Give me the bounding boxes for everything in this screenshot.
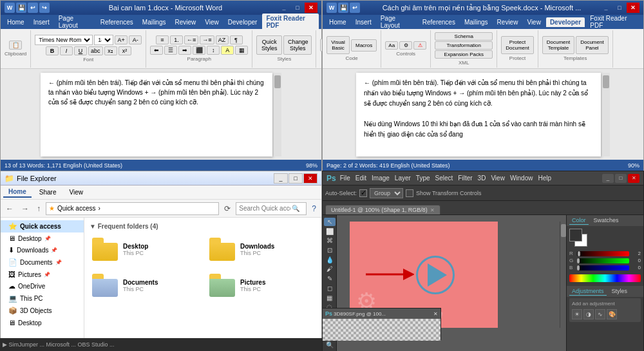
ps-autoselect-checkbox[interactable]: ✓ <box>359 189 367 197</box>
word1-close-btn[interactable]: ✕ <box>305 3 317 13</box>
sidebar-item-documents[interactable]: 📄 Documents 📌 <box>1 256 84 269</box>
ps-menu-select[interactable]: Select <box>435 175 453 182</box>
ps-g-slider[interactable] <box>577 258 629 263</box>
ps-transform-checkbox[interactable] <box>406 189 413 197</box>
word1-sort-btn[interactable]: AZ <box>216 35 229 44</box>
word1-justify-btn[interactable]: ⬛ <box>193 46 205 55</box>
word1-size-select[interactable]: 18 <box>94 35 113 45</box>
folder-item-desktop[interactable]: Desktop This PC <box>90 235 199 263</box>
word1-bold-btn[interactable]: B <box>46 46 59 55</box>
word2-expansion-btn[interactable]: Expansion Packs <box>435 50 493 59</box>
sidebar-item-desktop[interactable]: 🖥 Desktop 📌 <box>1 232 84 244</box>
word2-undo-icon[interactable]: ↩ <box>350 3 360 13</box>
word1-show-hide-btn[interactable]: ¶ <box>230 35 243 44</box>
word2-tab-home[interactable]: Home <box>325 17 350 27</box>
ps-color-tab[interactable]: Color <box>569 216 589 225</box>
explorer-close-btn[interactable]: ✕ <box>303 173 317 184</box>
word2-grouping-btn[interactable]: ⚠ <box>413 41 426 50</box>
ps-menu-help[interactable]: Help <box>538 175 551 182</box>
word2-schema-btn[interactable]: Schema <box>435 32 493 41</box>
ps-menu-image[interactable]: Image <box>372 175 390 182</box>
word2-tab-foxit[interactable]: Foxit Reader PDF <box>586 14 641 30</box>
word2-design-mode-btn[interactable]: Aa <box>385 41 398 50</box>
ps-autoselect-select[interactable]: Group <box>370 188 403 198</box>
ps-fg-bg-swatch[interactable] <box>569 229 587 247</box>
word1-quick-styles-btn[interactable]: Quick Styles <box>256 35 282 55</box>
word1-shading-btn[interactable]: A <box>221 46 234 55</box>
word2-tab-mailings[interactable]: Mailings <box>460 17 492 27</box>
word2-doc-panel-btn[interactable]: DocumentPanel <box>576 36 608 54</box>
word1-maximize-btn[interactable]: □ <box>291 3 304 13</box>
ps-crop-tool[interactable]: ⊡ <box>324 246 336 254</box>
word1-align-right-btn[interactable]: ➡ <box>178 46 191 55</box>
ps-menu-window[interactable]: Window <box>510 175 533 182</box>
explorer-search-input[interactable] <box>239 205 290 212</box>
sidebar-item-pictures[interactable]: 🖼 Pictures 📌 <box>1 269 84 280</box>
ps-menu-filter[interactable]: Filter <box>458 175 472 182</box>
word1-italic-btn[interactable]: I <box>60 46 73 55</box>
ps-gradient-tool[interactable]: ▦ <box>324 294 336 302</box>
ps-styles-tab[interactable]: Styles <box>609 287 630 296</box>
ps-color-spectrum[interactable] <box>569 274 641 282</box>
word2-protect-doc-btn[interactable]: ProtectDocument <box>501 36 533 54</box>
word1-tab-developer[interactable]: Developer <box>224 17 261 27</box>
word1-undo-icon[interactable]: ↩ <box>28 3 38 13</box>
word1-tab-view[interactable]: View <box>201 17 223 27</box>
ps-mini-close-btn[interactable]: ✕ <box>433 311 438 317</box>
explorer-help-btn[interactable]: ? <box>309 203 319 214</box>
word1-paste-btn[interactable]: 📋 <box>9 41 22 50</box>
word2-properties-btn[interactable]: ⚙ <box>399 41 412 50</box>
word1-tab-home[interactable]: Home <box>3 17 28 27</box>
word1-tab-pagelayout[interactable]: Page Layout <box>55 14 95 30</box>
word2-visual-basic-btn[interactable]: VisualBasic <box>327 36 350 54</box>
explorer-refresh-btn[interactable]: ⟳ <box>222 203 233 214</box>
explorer-tab-home[interactable]: Home <box>3 187 32 198</box>
explorer-up-btn[interactable]: ↑ <box>34 203 43 214</box>
ps-swatches-tab[interactable]: Swatches <box>591 216 621 225</box>
ps-tab-close-btn[interactable]: ✕ <box>430 207 435 213</box>
ps-adj-hue-btn[interactable]: 🎨 <box>607 309 617 319</box>
ps-maximize-btn[interactable]: □ <box>615 174 627 183</box>
word2-save-icon[interactable]: 💾 <box>338 3 348 13</box>
word1-font-select[interactable]: Times New Roman <box>35 35 93 45</box>
ps-menu-file[interactable]: File <box>340 175 350 182</box>
word1-align-left-btn[interactable]: ⬅ <box>150 46 163 55</box>
ps-menu-type[interactable]: Type <box>416 175 430 182</box>
ps-eraser-tool[interactable]: ◻ <box>324 284 336 292</box>
ps-b-slider[interactable] <box>577 265 629 270</box>
word1-tab-references[interactable]: References <box>97 17 137 27</box>
word1-linespace-btn[interactable]: ↕ <box>207 46 220 55</box>
ps-play-button[interactable] <box>416 256 455 294</box>
explorer-tab-share[interactable]: Share <box>34 187 62 197</box>
explorer-address-bar[interactable]: ★ Quick access › <box>46 202 219 215</box>
folder-item-downloads[interactable]: Downloads This PC <box>207 235 316 263</box>
folder-item-pictures[interactable]: Pictures This PC <box>207 271 316 299</box>
word1-grow-font-btn[interactable]: A+ <box>115 35 128 44</box>
word1-scrollbar[interactable] <box>274 73 281 157</box>
ps-menu-edit[interactable]: Edit <box>355 175 366 182</box>
word1-tab-mailings[interactable]: Mailings <box>138 17 170 27</box>
ps-brush-tool[interactable]: 🖌 <box>324 265 336 274</box>
ps-move-tool[interactable]: ↖ <box>324 218 336 226</box>
explorer-forward-btn[interactable]: → <box>19 203 32 214</box>
word1-save-icon[interactable]: 💾 <box>16 3 26 13</box>
folder-item-documents[interactable]: Documents This PC <box>90 271 199 299</box>
sidebar-item-quick-access[interactable]: ⭐ Quick access <box>1 220 84 232</box>
ps-lasso-tool[interactable]: ⌘ <box>324 236 336 245</box>
ps-clone-tool[interactable]: ✎ <box>324 274 336 283</box>
sidebar-item-downloads[interactable]: ⬇ Downloads 📌 <box>1 244 84 256</box>
explorer-back-btn[interactable]: ← <box>3 203 16 214</box>
word1-subscript-btn[interactable]: x₂ <box>104 46 117 55</box>
word2-tab-review[interactable]: Review <box>493 17 522 27</box>
word1-bullets-btn[interactable]: ≡ <box>156 35 169 44</box>
word2-macros-btn[interactable]: Macros <box>351 39 377 52</box>
ps-adj-brightness-btn[interactable]: ☀ <box>572 309 582 319</box>
ps-close-btn[interactable]: ✕ <box>628 174 639 183</box>
word1-change-styles-btn[interactable]: Change Styles <box>283 35 312 55</box>
ps-zoom-tool[interactable]: 🔍 <box>324 341 336 349</box>
ps-eyedrop-tool[interactable]: 💧 <box>324 256 336 264</box>
word2-minimize-btn[interactable]: _ <box>600 3 612 13</box>
word1-shrink-font-btn[interactable]: A- <box>129 35 142 44</box>
word1-underline-btn[interactable]: U <box>74 46 87 55</box>
word2-maximize-btn[interactable]: □ <box>613 3 626 13</box>
